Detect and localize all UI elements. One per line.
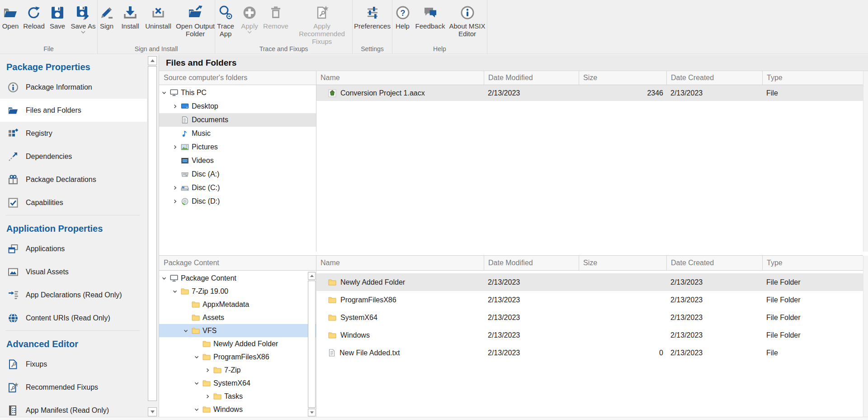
file-row-new-file-added[interactable]: New File Added.txt 2/13/2023 0 2/13/2023… (316, 344, 863, 362)
sidebar-item-content-uris[interactable]: Content URIs (Read Only) (0, 306, 147, 329)
save-button[interactable]: Save (47, 4, 68, 30)
tree-node-pictures[interactable]: Pictures (159, 140, 316, 154)
sidebar-item-applications[interactable]: Applications (0, 237, 147, 260)
chevron-down-icon[interactable] (161, 276, 167, 281)
tree-node-desktop[interactable]: Desktop (159, 100, 316, 113)
sidebar-item-files-and-folders[interactable]: Files and Folders (0, 99, 147, 122)
remove-button[interactable]: Remove (262, 4, 289, 30)
scroll-down-button[interactable] (308, 409, 316, 416)
scroll-down-button[interactable] (148, 407, 157, 416)
source-folders-panel: Source computer's folders This PC Deskto… (159, 71, 316, 252)
chevron-down-icon[interactable] (193, 407, 200, 412)
column-header-name[interactable]: Name (316, 71, 484, 85)
column-header-size[interactable]: Size (579, 71, 666, 85)
source-folders-header[interactable]: Source computer's folders (159, 71, 316, 85)
folder-icon (191, 301, 200, 308)
tree-node-this-pc[interactable]: This PC (159, 86, 316, 100)
sidebar-item-recommended-fixups[interactable]: Recommended Fixups (0, 376, 147, 399)
tree-node-systemx64[interactable]: SystemX64 (159, 377, 316, 390)
tree-node-7zip-1900[interactable]: 7-Zip 19.00 (159, 285, 316, 298)
file-row-systemx64[interactable]: SystemX64 2/13/2023 2/13/2023 File Folde… (316, 309, 863, 326)
package-files-scrollbar[interactable] (863, 256, 868, 417)
sidebar-item-registry[interactable]: Registry (0, 122, 147, 145)
about-msix-editor-button[interactable]: About MSIX Editor (448, 4, 487, 38)
file-row-newly-added-folder[interactable]: Newly Added Folder 2/13/2023 2/13/2023 F… (316, 273, 863, 291)
open-button[interactable]: Open (0, 4, 21, 30)
file-row-conversion-project[interactable]: Conversion Project 1.aacx 2/13/2023 2346… (316, 85, 863, 101)
chevron-down-icon[interactable] (193, 381, 200, 386)
column-header-date-modified[interactable]: Date Modified (484, 71, 579, 85)
tree-node-assets[interactable]: Assets (159, 311, 316, 324)
sidebar-item-package-declarations[interactable]: Package Declarations (0, 168, 147, 191)
save-as-button[interactable]: Save As (69, 4, 97, 33)
sidebar-item-package-information[interactable]: Package Information (0, 76, 147, 99)
chevron-right-icon[interactable] (172, 104, 178, 109)
tree-node-package-content[interactable]: Package Content (159, 272, 310, 285)
open-output-folder-button[interactable]: Open Output Folder (175, 4, 216, 38)
column-header-type[interactable]: Type (762, 71, 863, 85)
sidebar-item-fixups[interactable]: Fixups (0, 353, 147, 376)
trace-app-button[interactable]: Trace App (214, 4, 237, 38)
apply-recommended-fixups-button[interactable]: Apply Recommended Fixups (291, 4, 353, 45)
tree-node-documents[interactable]: Documents (159, 113, 316, 127)
chevron-right-icon[interactable] (172, 144, 178, 150)
feedback-button[interactable]: Feedback (414, 4, 447, 30)
chevron-down-icon[interactable] (172, 289, 178, 294)
scroll-up-button[interactable] (308, 272, 316, 280)
tree-node-videos[interactable]: Videos (159, 154, 316, 167)
chevron-down-icon[interactable] (247, 31, 252, 33)
applications-icon (7, 243, 19, 255)
package-tree-scrollbar[interactable] (308, 271, 316, 420)
window-bottom-edge (0, 417, 868, 420)
column-header-name[interactable]: Name (316, 256, 484, 270)
reload-button[interactable]: Reload (22, 4, 46, 30)
scrollbar-thumb[interactable] (308, 281, 316, 408)
uninstall-button[interactable]: Uninstall (143, 4, 173, 30)
install-button[interactable]: Install (118, 4, 142, 30)
chevron-down-icon[interactable] (193, 354, 200, 360)
file-row-windows[interactable]: Windows 2/13/2023 2/13/2023 File Folder (316, 326, 863, 344)
tree-node-disc-c[interactable]: Disc (C:) (159, 181, 316, 195)
sidebar-item-app-declarations[interactable]: App Declarations (Read Only) (0, 283, 147, 306)
sidebar-item-visual-assets[interactable]: Visual Assets (0, 260, 147, 283)
column-header-type[interactable]: Type (762, 256, 863, 270)
tree-node-disc-a[interactable]: Disc (A:) (159, 167, 316, 181)
sidebar-item-capabilities[interactable]: Capabilities (0, 191, 147, 214)
column-header-date-created[interactable]: Date Created (666, 71, 762, 85)
chevron-right-icon[interactable] (204, 368, 211, 373)
folder-icon (202, 353, 211, 360)
preferences-button[interactable]: Preferences (354, 4, 392, 30)
chevron-right-icon[interactable] (172, 185, 178, 191)
tree-node-7zip[interactable]: 7-Zip (159, 363, 316, 377)
tree-node-programfilesx86[interactable]: ProgramFilesX86 (159, 350, 316, 363)
tree-node-vfs[interactable]: VFS (159, 324, 316, 337)
sidebar-item-dependencies[interactable]: Dependencies (0, 145, 147, 168)
tree-node-windows[interactable]: Windows (159, 403, 316, 416)
column-header-size[interactable]: Size (579, 256, 666, 270)
sign-button[interactable]: Sign (96, 4, 117, 30)
column-header-date-modified[interactable]: Date Modified (484, 256, 579, 270)
about-msix-editor-label: About MSIX Editor (448, 22, 487, 38)
tree-node-appxmetadata[interactable]: AppxMetadata (159, 298, 316, 311)
save-icon (50, 4, 65, 21)
ribbon-toolbar: Open Reload Save Save As File Sign (0, 0, 868, 54)
source-files-scrollbar[interactable] (863, 71, 868, 252)
scrollbar-thumb[interactable] (148, 66, 157, 401)
tree-node-disc-d[interactable]: Disc (D:) (159, 195, 316, 208)
floppy-drive-icon (180, 171, 189, 178)
chevron-right-icon[interactable] (172, 199, 178, 204)
column-header-date-created[interactable]: Date Created (666, 256, 762, 270)
chevron-down-icon[interactable] (161, 90, 167, 95)
chevron-right-icon[interactable] (204, 394, 211, 399)
sidebar-scrollbar[interactable] (147, 55, 159, 420)
scroll-up-button[interactable] (148, 56, 157, 65)
package-content-header[interactable]: Package Content (159, 256, 316, 271)
tree-node-tasks[interactable]: Tasks (159, 390, 316, 403)
tree-node-newly-added-folder[interactable]: Newly Added Folder (159, 337, 316, 350)
help-button[interactable]: ? Help (393, 4, 413, 30)
file-row-programfilesx86[interactable]: ProgramFilesX86 2/13/2023 2/13/2023 File… (316, 291, 863, 309)
apply-button[interactable]: Apply (238, 4, 261, 33)
chevron-down-icon[interactable] (183, 328, 189, 334)
chevron-down-icon[interactable] (81, 31, 85, 33)
tree-node-music[interactable]: Music (159, 127, 316, 140)
